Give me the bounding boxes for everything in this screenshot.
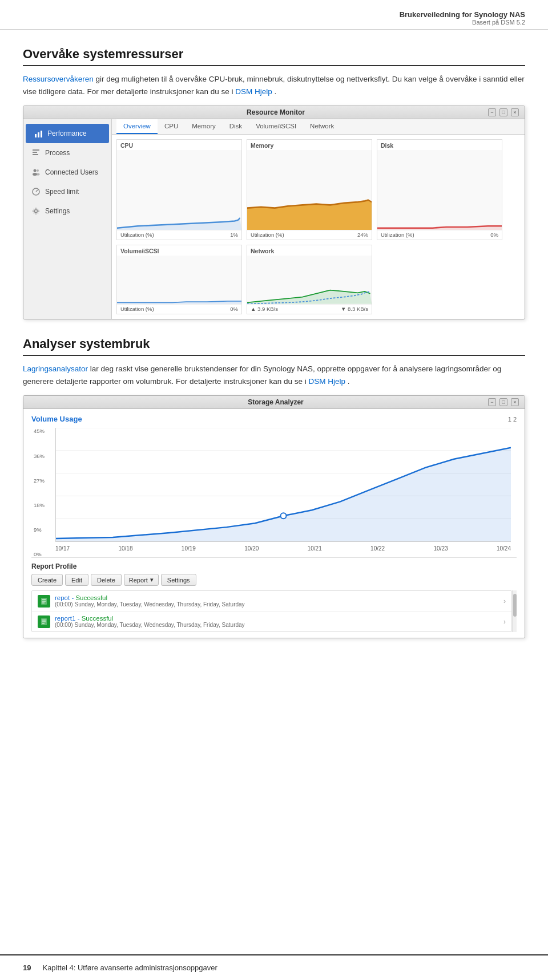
report-icon — [38, 615, 50, 628]
network-chart-footer: ▲ 3.9 KB/s ▼ 8.3 KB/s — [247, 304, 372, 314]
sidebar-item-settings[interactable]: Settings — [23, 201, 111, 221]
x-label-1024: 10/24 — [497, 545, 511, 552]
svg-point-24 — [281, 513, 287, 519]
page-number: 19 — [23, 963, 31, 972]
network-speed1: ▲ 3.9 KB/s — [251, 306, 278, 312]
sa-report-list: repot - Successful (00:00) Sunday, Monda… — [31, 590, 512, 632]
disk-chart: Disk Utilization (%) 0% — [377, 139, 502, 240]
sa-report-dropdown-button[interactable]: Report ▾ — [124, 574, 159, 586]
sa-scrollbar[interactable] — [512, 590, 517, 632]
list-item[interactable]: report1 - Successful (00:00) Sunday, Mon… — [32, 612, 511, 631]
sidebar-speed-label: Speed limit — [45, 188, 79, 196]
tab-overview[interactable]: Overview — [116, 119, 158, 134]
storage-analyzer-screenshot: Storage Analyzer − □ × Volume Usage 1 2 … — [23, 395, 525, 638]
cpu-utilization-value: 1% — [230, 232, 238, 238]
x-label-1019: 10/19 — [182, 545, 196, 552]
sa-chart-wrapper: 45% 36% 27% 18% 9% 0% — [55, 428, 511, 557]
tab-disk[interactable]: Disk — [223, 119, 249, 134]
sa-report2-name: report1 - Successful — [55, 615, 499, 622]
network-chart: Network ▲ 3.9 KB/s — [247, 245, 372, 314]
storage-analyzer-link[interactable]: Lagringsanalysator — [23, 365, 88, 373]
sidebar-item-performance[interactable]: Performance — [26, 124, 109, 143]
sa-create-button[interactable]: Create — [31, 574, 63, 586]
sa-minimize-button[interactable]: − — [488, 398, 496, 406]
sidebar-item-process[interactable]: Process — [23, 143, 111, 163]
section2-desc: Lagringsanalysator lar deg raskt vise ge… — [23, 363, 525, 387]
sa-titlebar: Storage Analyzer − □ × — [23, 396, 525, 409]
memory-chart-area — [247, 150, 372, 230]
tab-memory[interactable]: Memory — [185, 119, 223, 134]
settings-icon — [31, 206, 41, 216]
sa-report-list-wrapper: repot - Successful (00:00) Sunday, Monda… — [31, 590, 517, 632]
section1-desc: Ressursovervåkeren gir deg muligheten ti… — [23, 73, 525, 98]
section2-text2: . — [348, 377, 350, 386]
volume-utilization-value: 0% — [230, 306, 238, 312]
x-label-1023: 10/23 — [434, 545, 448, 552]
page-footer: 19 Kapittel 4: Utføre avanserte administ… — [0, 954, 548, 980]
sa-delete-button[interactable]: Delete — [91, 574, 122, 586]
list-item[interactable]: repot - Successful (00:00) Sunday, Monda… — [32, 591, 511, 612]
svg-point-6 — [34, 169, 37, 172]
sa-report2-schedule: (00:00) Sunday, Monday, Tuesday, Wednesd… — [55, 622, 499, 628]
chapter-text: Kapittel 4: Utføre avanserte administras… — [42, 963, 217, 972]
section2-text1: lar deg raskt vise generelle brukstenden… — [23, 365, 501, 386]
sa-close-button[interactable]: × — [511, 398, 519, 406]
disk-utilization-label: Utilization (%) — [381, 232, 414, 238]
rm-maximize-button[interactable]: □ — [499, 108, 507, 116]
tab-network[interactable]: Network — [303, 119, 341, 134]
users-icon — [31, 168, 41, 177]
volume-iscsi-footer: Utilization (%) 0% — [117, 304, 241, 314]
svg-point-7 — [37, 169, 39, 172]
network-chart-area — [247, 256, 372, 304]
sa-report1-info: repot - Successful (00:00) Sunday, Monda… — [55, 594, 499, 608]
sa-report2-info: report1 - Successful (00:00) Sunday, Mon… — [55, 615, 499, 628]
svg-rect-0 — [35, 134, 37, 137]
sa-maximize-button[interactable]: □ — [499, 398, 507, 406]
section1-title: Overvåke systemressurser — [23, 47, 525, 66]
svg-rect-1 — [38, 132, 39, 137]
sa-window-title: Storage Analyzer — [63, 398, 488, 406]
sa-edit-button[interactable]: Edit — [65, 574, 88, 586]
resource-monitor-link[interactable]: Ressursovervåkeren — [23, 75, 94, 83]
chart-icon — [34, 129, 43, 138]
sidebar-performance-label: Performance — [47, 129, 87, 137]
sidebar-item-speed-limit[interactable]: Speed limit — [23, 182, 111, 201]
rm-main-panel: Overview CPU Memory Disk Volume/iSCSI Ne… — [112, 119, 525, 319]
chevron-down-icon: ▾ — [150, 576, 154, 584]
report-icon — [38, 595, 50, 608]
rm-sidebar: Performance Process Connected Users — [23, 119, 112, 319]
rm-charts-row1: CPU Utilization (%) 1% — [112, 135, 525, 245]
svg-rect-5 — [33, 154, 38, 155]
x-label-1022: 10/22 — [370, 545, 385, 552]
process-icon — [31, 148, 41, 157]
chevron-right-icon: › — [503, 597, 506, 605]
dsm-help-link2[interactable]: DSM Hjelp — [309, 377, 346, 386]
document-header: Brukerveiledning for Synology NAS Basert… — [0, 0, 548, 30]
sa-body: Volume Usage 1 2 45% 36% 27% 18% 9% 0% — [23, 409, 525, 638]
speed-icon — [31, 187, 41, 196]
rm-minimize-button[interactable]: − — [488, 108, 496, 116]
disk-chart-footer: Utilization (%) 0% — [377, 230, 502, 240]
y-label-27: 27% — [34, 477, 45, 484]
x-label-1018: 10/18 — [118, 545, 132, 552]
memory-chart: Memory Utilization (%) 24% — [247, 139, 372, 240]
sa-settings-button[interactable]: Settings — [161, 574, 196, 586]
network-speed2: ▼ 8.3 KB/s — [341, 306, 368, 312]
memory-utilization-value: 24% — [357, 232, 368, 238]
y-label-36: 36% — [34, 453, 45, 459]
x-label-1021: 10/21 — [308, 545, 322, 552]
sa-report-section: Report Profile Create Edit Delete Report… — [31, 557, 517, 632]
y-label-45: 45% — [34, 428, 45, 434]
sa-report-dropdown-label: Report — [129, 577, 148, 584]
doc-title-sub: Basert på DSM 5.2 — [23, 19, 525, 26]
section1-text2: . — [274, 87, 276, 96]
volume-utilization-label: Utilization (%) — [120, 306, 154, 312]
sa-page-nums: 1 2 — [508, 416, 517, 423]
rm-close-button[interactable]: × — [511, 108, 519, 116]
tab-cpu[interactable]: CPU — [158, 119, 185, 134]
section2-title: Analyser systembruk — [23, 337, 525, 356]
sidebar-settings-label: Settings — [45, 207, 70, 215]
tab-volume-iscsi[interactable]: Volume/iSCSI — [249, 119, 303, 134]
dsm-help-link1[interactable]: DSM Hjelp — [235, 87, 272, 96]
sidebar-item-connected-users[interactable]: Connected Users — [23, 163, 111, 182]
